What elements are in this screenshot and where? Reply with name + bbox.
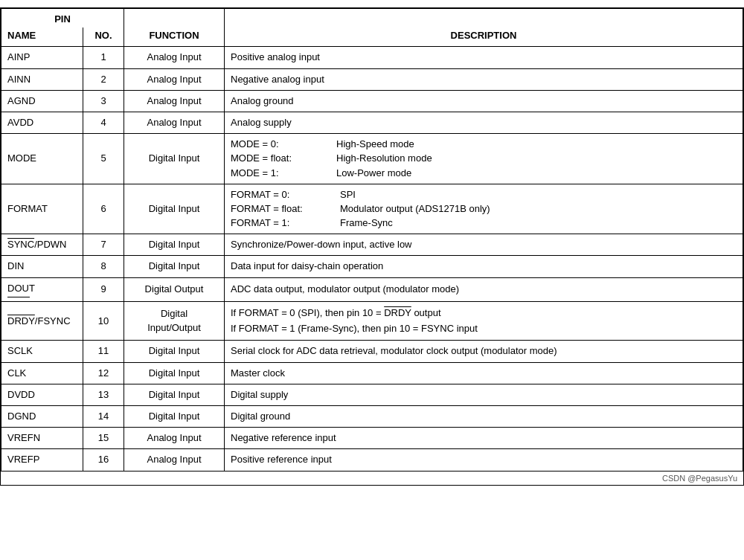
pin-description-cell: Serial clock for ADC data retrieval, mod… [225,341,743,362]
col-description-header: DESCRIPTION [225,28,743,47]
pin-function-cell: Analog Input [124,428,225,449]
format-condition: FORMAT = 1: [231,216,339,230]
table-row: DOUT9Digital OutputADC data output, modu… [1,277,743,301]
pin-function-cell: Digital Input [124,384,225,405]
pin-no-cell: 12 [83,362,124,384]
table-row: VREFP16Analog InputPositive reference in… [1,449,743,471]
pin-no-cell: 5 [83,134,124,184]
pin-no-cell: 1 [83,47,124,68]
col-name-header: NAME [1,28,83,47]
pin-name-cell: AINN [1,68,83,90]
table-row: DRDY/FSYNC10DigitalInput/OutputIf FORMAT… [1,301,743,341]
pin-function-cell: Digital Input [124,234,225,256]
pin-function-cell: Digital Input [124,362,225,384]
pin-no-cell: 16 [83,449,124,471]
col-no-header: NO. [83,28,124,47]
pin-no-cell: 3 [83,90,124,112]
pin-no-cell: 6 [83,184,124,234]
pin-name-cell: VREFP [1,449,83,471]
overline-text: SYNC [7,239,34,250]
table-body: AINP1Analog InputPositive analog inputAI… [1,47,743,471]
mode-condition: MODE = 0: [231,138,335,151]
pin-description-cell: Negative reference input [225,428,743,449]
pin-name-cell: FORMAT [1,184,83,234]
overline-text: DRDY [7,315,35,326]
mode-value: High-Speed mode [336,138,737,151]
mode-condition: MODE = 1: [231,167,335,180]
pin-name-cell: DIN [1,256,83,277]
watermark: CSDN @PegasusYu [1,472,743,485]
pin-description-cell: Positive reference input [225,449,743,471]
header-pin-row: PIN [1,9,743,28]
table-row: AVDD4Analog InputAnalog supply [1,112,743,133]
pin-name-cell: DRDY/FSYNC [1,301,83,341]
pin-function-cell: Digital Input [124,184,225,234]
pin-description-cell: Analog ground [225,90,743,112]
format-value: Frame-Sync [340,216,737,230]
pin-header: PIN [1,9,124,28]
table-row: SYNC/PDWN7Digital InputSynchronize/Power… [1,234,743,256]
description-header-empty [225,9,743,28]
drdy-line1: If FORMAT = 0 (SPI), then pin 10 = DRDY … [231,306,737,321]
pin-description-cell: ADC data output, modulator output (modul… [225,277,743,301]
col-function-header: FUNCTION [124,28,225,47]
pin-function-cell: Analog Input [124,68,225,90]
pin-no-cell: 15 [83,428,124,449]
table-row: AGND3Analog InputAnalog ground [1,90,743,112]
table-row: DGND14Digital InputDigital ground [1,405,743,427]
pin-function-cell: Digital Output [124,277,225,301]
pin-function-cell: Digital Input [124,134,225,184]
table-row: VREFN15Analog InputNegative reference in… [1,428,743,449]
pin-description-cell: Data input for daisy-chain operation [225,256,743,277]
pin-function-cell: Digital Input [124,256,225,277]
mode-value: Low-Power mode [336,167,737,180]
pin-no-cell: 13 [83,384,124,405]
pin-name-cell: VREFN [1,428,83,449]
pin-description-cell: Negative analog input [225,68,743,90]
pin-function-cell: Analog Input [124,449,225,471]
table-row: SCLK11Digital InputSerial clock for ADC … [1,341,743,362]
pin-no-cell: 7 [83,234,124,256]
pin-name-cell: AVDD [1,112,83,133]
pin-no-cell: 14 [83,405,124,427]
pin-name-cell: MODE [1,134,83,184]
pin-no-cell: 8 [83,256,124,277]
drdy-overline: DRDY [384,307,411,318]
pin-description-cell: FORMAT = 0:SPIFORMAT = float:Modulator o… [225,184,743,234]
pin-name-cell: DOUT [1,277,83,301]
pin-name-cell: CLK [1,362,83,384]
pin-name-cell: AINP [1,47,83,68]
pin-function-cell: Digital Input [124,341,225,362]
pin-name-cell: SYNC/PDWN [1,234,83,256]
pin-no-cell: 10 [83,301,124,341]
format-condition: FORMAT = float: [231,202,339,216]
pin-no-cell: 2 [83,68,124,90]
pin-function-cell: Analog Input [124,112,225,133]
format-value: SPI [340,188,737,202]
pin-description-cell: Analog supply [225,112,743,133]
format-condition: FORMAT = 0: [231,188,339,202]
pin-function-cell: Analog Input [124,90,225,112]
pin-function-cell: Analog Input [124,47,225,68]
pin-name-cell: DGND [1,405,83,427]
table-row: MODE5Digital InputMODE = 0:High-Speed mo… [1,134,743,184]
mode-value: High-Resolution mode [336,152,737,165]
table-row: AINP1Analog InputPositive analog input [1,47,743,68]
pin-no-cell: 4 [83,112,124,133]
pin-name-cell: SCLK [1,341,83,362]
table-row: CLK12Digital InputMaster clock [1,362,743,384]
pin-description-cell: Master clock [225,362,743,384]
format-value: Modulator output (ADS1271B only) [340,202,737,216]
table-row: DIN8Digital InputData input for daisy-ch… [1,256,743,277]
table-row: AINN2Analog InputNegative analog input [1,68,743,90]
pin-description-cell: MODE = 0:High-Speed modeMODE = float:Hig… [225,134,743,184]
pin-function-cell: DigitalInput/Output [124,301,225,341]
pin-no-cell: 9 [83,277,124,301]
table-row: DVDD13Digital InputDigital supply [1,384,743,405]
drdy-line2: If FORMAT = 1 (Frame-Sync), then pin 10 … [231,321,737,337]
mode-condition: MODE = float: [231,152,335,165]
pin-description-cell: Digital ground [225,405,743,427]
table-row: FORMAT6Digital InputFORMAT = 0:SPIFORMAT… [1,184,743,234]
pin-function-cell: Digital Input [124,405,225,427]
pin-name-cell: AGND [1,90,83,112]
